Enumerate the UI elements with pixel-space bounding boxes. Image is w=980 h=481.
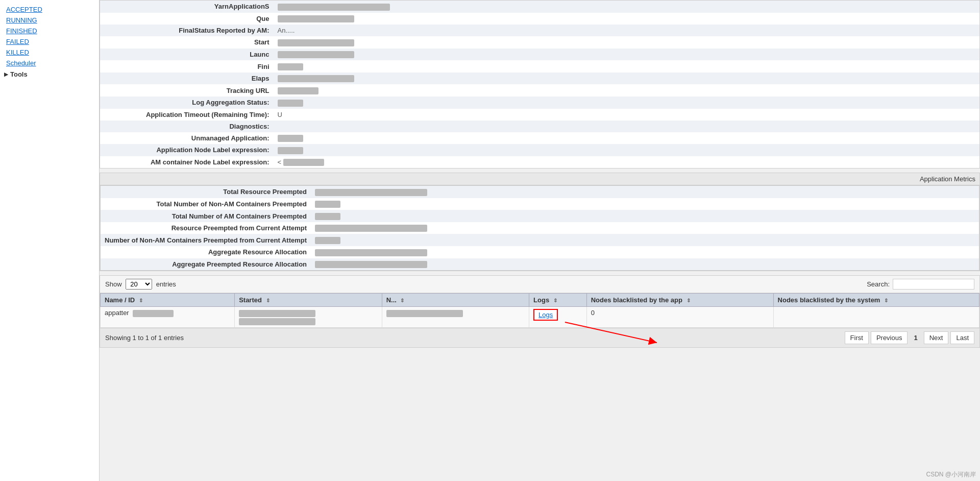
col-started[interactable]: Started ⇕ (235, 294, 382, 307)
sidebar-item-failed[interactable]: FAILED (0, 36, 99, 47)
search-label: Search: (867, 280, 890, 288)
sidebar-item-killed[interactable]: KILLED (0, 47, 99, 58)
tools-arrow-icon: ▶ (4, 71, 8, 77)
field-value: U (274, 109, 980, 121)
first-button[interactable]: First (845, 331, 869, 344)
watermark: CSDN @小河南岸 (926, 470, 976, 479)
entries-label: entries (156, 280, 176, 288)
cell-logs: Logs (529, 307, 587, 328)
field-value (311, 198, 979, 210)
field-value (311, 222, 979, 234)
table-row: Aggregate Resource Allocation (101, 246, 979, 258)
field-value (311, 210, 979, 222)
table-header: Name / ID ⇕ Started ⇕ N... ⇕ (101, 294, 979, 307)
col-started-label: Started (239, 296, 262, 304)
field-value (274, 36, 980, 49)
table-row: Tracking URL (100, 84, 980, 97)
field-value (274, 84, 980, 97)
search-area: Search: (867, 279, 974, 290)
field-value (274, 121, 980, 132)
field-label: Launc (100, 49, 274, 61)
last-button[interactable]: Last (950, 331, 974, 344)
attempts-table: Name / ID ⇕ Started ⇕ N... ⇕ (100, 293, 979, 328)
field-label: Start (100, 36, 274, 49)
table-row: Application Node Label expression: (100, 144, 980, 156)
search-input[interactable] (893, 279, 974, 290)
table-row: Resource Preempted from Current Attempt (101, 222, 979, 234)
field-value (274, 132, 980, 145)
table-row: Log Aggregation Status: (100, 97, 980, 109)
table-row: Total Number of AM Containers Preempted (101, 210, 979, 222)
cell-name: appatter (101, 307, 235, 328)
app-info-table: YarnApplicationS Que FinalStatus Reporte… (100, 0, 980, 169)
col-logs-label: Logs (533, 296, 549, 304)
logs-button[interactable]: Logs (533, 309, 558, 321)
table-row: FinalStatus Reported by AM: An..... (100, 25, 980, 36)
field-value (274, 144, 980, 156)
table-row: Total Resource Preempted (101, 186, 979, 198)
table-row: Fini (100, 60, 980, 73)
sidebar-tools[interactable]: ▶ Tools (0, 68, 99, 80)
cell-nodes-system (773, 307, 979, 328)
field-value (274, 13, 980, 25)
datatable-footer: Showing 1 to 1 of 1 entries First Previo… (100, 328, 979, 347)
field-label: YarnApplicationS (100, 1, 274, 13)
show-label: Show (105, 280, 122, 288)
field-value: < (274, 156, 980, 169)
field-label: AM container Node Label expression: (100, 156, 274, 169)
field-label: FinalStatus Reported by AM: (100, 25, 274, 36)
field-label: Resource Preempted from Current Attempt (101, 222, 311, 234)
field-value (274, 60, 980, 73)
field-value (311, 186, 979, 198)
field-value (311, 234, 979, 246)
next-button[interactable]: Next (924, 331, 949, 344)
field-label: Que (100, 13, 274, 25)
field-value (311, 258, 979, 271)
field-label: Diagnostics: (100, 121, 274, 132)
sort-icon: ⇕ (884, 298, 888, 303)
col-n[interactable]: N... ⇕ (382, 294, 529, 307)
showing-entries: Showing 1 to 1 of 1 entries (105, 334, 184, 342)
table-row: Launc (100, 49, 980, 61)
col-nodes-app-label: Nodes blacklisted by the app (591, 296, 682, 304)
show-entries-control: Show 20 10 50 100 entries (105, 279, 176, 290)
col-logs[interactable]: Logs ⇕ (529, 294, 587, 307)
field-label: Aggregate Preempted Resource Allocation (101, 258, 311, 271)
cell-started (235, 307, 382, 328)
sort-icon: ⇕ (553, 298, 557, 303)
field-label: Fini (100, 60, 274, 73)
table-row: Start (100, 36, 980, 49)
sidebar-item-running[interactable]: RUNNING (0, 15, 99, 26)
field-value (274, 97, 980, 109)
sort-icon: ⇕ (687, 298, 691, 303)
col-nodes-blacklisted-app[interactable]: Nodes blacklisted by the app ⇕ (586, 294, 773, 307)
col-nodes-blacklisted-system[interactable]: Nodes blacklisted by the system ⇕ (773, 294, 979, 307)
table-row: Application Timeout (Remaining Time): U (100, 109, 980, 121)
table-row: Elaps (100, 73, 980, 85)
table-row: YarnApplicationS (100, 1, 980, 13)
table-body: appatter (101, 307, 979, 328)
main-content: YarnApplicationS Que FinalStatus Reporte… (100, 0, 980, 481)
field-label: Elaps (100, 73, 274, 85)
datatable-section: Show 20 10 50 100 entries Search: (100, 275, 980, 348)
field-value (311, 246, 979, 258)
field-label: Unmanaged Application: (100, 132, 274, 145)
col-n-label: N... (386, 296, 397, 304)
table-row: Total Number of Non-AM Containers Preemp… (101, 198, 979, 210)
cell-n (382, 307, 529, 328)
table-row: AM container Node Label expression: < (100, 156, 980, 169)
metrics-panel: Application Metrics Total Resource Preem… (100, 173, 980, 271)
field-value: An..... (274, 25, 980, 36)
sidebar-item-finished[interactable]: FINISHED (0, 26, 99, 36)
sidebar-item-accepted[interactable]: ACCEPTED (0, 4, 99, 15)
field-label: Number of Non-AM Containers Preempted fr… (101, 234, 311, 246)
entries-select[interactable]: 20 10 50 100 (126, 279, 152, 290)
field-label: Tracking URL (100, 84, 274, 97)
sidebar-item-scheduler[interactable]: Scheduler (0, 58, 99, 68)
field-label: Application Timeout (Remaining Time): (100, 109, 274, 121)
pagination: First Previous 1 Next Last (845, 331, 974, 344)
col-name-id[interactable]: Name / ID ⇕ (101, 294, 235, 307)
sidebar: ACCEPTED RUNNING FINISHED FAILED KILLED … (0, 0, 100, 481)
previous-button[interactable]: Previous (871, 331, 908, 344)
page-number: 1 (910, 332, 921, 344)
